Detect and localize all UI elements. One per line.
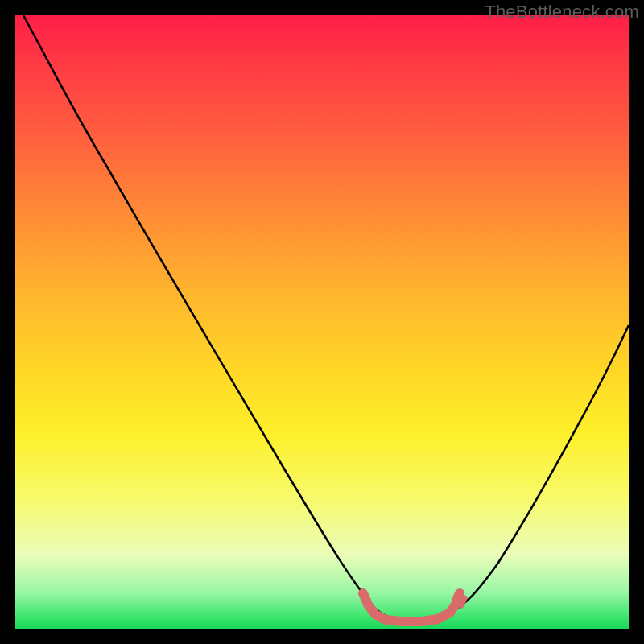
- watermark-text: TheBottleneck.com: [485, 2, 639, 23]
- chart-frame: TheBottleneck.com: [0, 0, 644, 644]
- gradient-plot-area: [15, 15, 629, 629]
